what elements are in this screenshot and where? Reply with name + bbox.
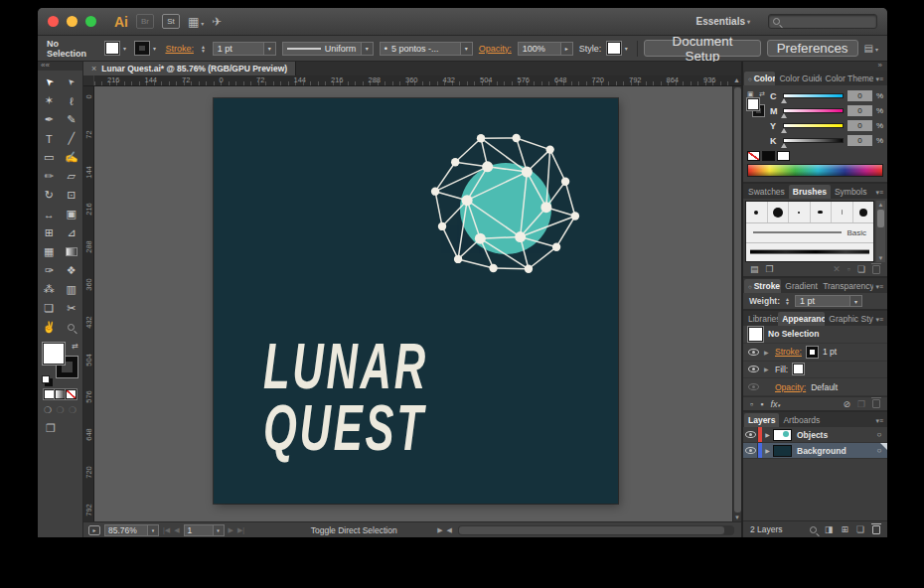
- stroke-swatch[interactable]: [135, 42, 149, 55]
- yellow-value[interactable]: 0: [847, 120, 872, 131]
- layer-name[interactable]: Background: [797, 446, 871, 456]
- brush-item[interactable]: [853, 202, 874, 222]
- stroke-weight-value[interactable]: 1 pt: [213, 42, 264, 56]
- perspective-grid-tool[interactable]: ⊿: [61, 223, 83, 242]
- yellow-slider[interactable]: [783, 123, 844, 128]
- gradient-mode-button[interactable]: [55, 389, 66, 399]
- new-sublayer-icon[interactable]: ⊞: [841, 524, 848, 534]
- brush-options-icon[interactable]: ▫: [847, 264, 850, 274]
- paintbrush-tool[interactable]: ✍: [61, 148, 83, 167]
- tab-libraries[interactable]: Libraries: [744, 312, 778, 326]
- weight-value[interactable]: 1 pt: [795, 295, 850, 307]
- tab-symbols[interactable]: Symbols: [831, 185, 871, 199]
- panel-menu-icon[interactable]: ▾≡: [873, 417, 887, 427]
- delete-item-icon[interactable]: [872, 399, 880, 408]
- remove-brush-stroke-icon[interactable]: ✕: [833, 264, 841, 274]
- swap-fill-stroke-icon[interactable]: ⇄: [72, 342, 78, 351]
- chevron-down-icon[interactable]: ▾: [461, 42, 473, 56]
- opacity-field[interactable]: 100% ▸: [518, 42, 573, 56]
- panel-menu-icon[interactable]: ▾≡: [873, 283, 887, 293]
- fill-color-swatch[interactable]: [793, 364, 804, 374]
- expand-icon[interactable]: ▶: [762, 431, 773, 438]
- free-transform-tool[interactable]: ▣: [61, 205, 83, 223]
- none-mode-button[interactable]: [66, 389, 77, 399]
- expand-icon[interactable]: ▶: [764, 349, 770, 356]
- add-effect-icon[interactable]: fx▾: [770, 399, 780, 409]
- tab-swatches[interactable]: Swatches: [744, 185, 789, 199]
- fill-color-picker[interactable]: ▾: [105, 42, 129, 55]
- symbol-sprayer-tool[interactable]: ⁂: [38, 280, 61, 299]
- zoom-level-value[interactable]: 85.76%: [104, 524, 148, 536]
- arrange-documents-icon[interactable]: ▦▾: [188, 16, 204, 28]
- chevron-down-icon[interactable]: ▾: [264, 42, 276, 56]
- vertical-ruler[interactable]: 072144216288360432504576648720792: [83, 86, 94, 521]
- artboard-number-dropdown[interactable]: 1 ▾: [184, 524, 225, 536]
- chevron-down-icon[interactable]: ▾: [148, 524, 159, 536]
- direct-selection-tool[interactable]: ➤: [61, 73, 83, 91]
- duplicate-item-icon[interactable]: ❐: [857, 399, 865, 409]
- search-input[interactable]: [784, 17, 865, 27]
- appearance-fill-row[interactable]: ▶ Fill:: [743, 362, 887, 379]
- layer-row-background[interactable]: ▶ Background ○: [743, 443, 887, 459]
- vertical-scrollbar[interactable]: ▼: [732, 86, 741, 521]
- visibility-eye-icon[interactable]: [748, 366, 759, 372]
- tab-artboards[interactable]: Artboards: [779, 413, 824, 427]
- cyan-value[interactable]: 0: [847, 90, 872, 101]
- collapse-tools-icon[interactable]: ««: [38, 62, 82, 71]
- page-arrow-icon[interactable]: ▸: [88, 525, 100, 535]
- mesh-tool[interactable]: ▦: [38, 242, 61, 261]
- color-spectrum-bar[interactable]: [747, 164, 883, 177]
- color-mode-button[interactable]: [44, 389, 55, 399]
- scale-tool[interactable]: ⊡: [61, 186, 83, 205]
- artboard-number-value[interactable]: 1: [184, 524, 214, 536]
- appearance-selection-row[interactable]: No Selection: [743, 326, 887, 344]
- libraries-panel-icon[interactable]: ❐: [766, 264, 774, 274]
- zoom-window-button[interactable]: [85, 16, 96, 27]
- zoom-tool[interactable]: [61, 318, 83, 337]
- horizontal-scrollbar[interactable]: [458, 525, 734, 535]
- scroll-down-icon[interactable]: ▼: [878, 254, 884, 262]
- style-swatch[interactable]: [607, 42, 621, 55]
- delete-brush-icon[interactable]: [872, 265, 880, 274]
- shape-builder-tool[interactable]: ⊞: [38, 223, 61, 242]
- brush-libraries-icon[interactable]: ▤: [750, 264, 759, 274]
- search-box[interactable]: [768, 14, 877, 29]
- new-layer-icon[interactable]: ❏: [856, 524, 864, 534]
- tab-layers[interactable]: Layers: [744, 413, 779, 427]
- draw-behind-button[interactable]: ❍: [56, 405, 64, 415]
- chevron-right-icon[interactable]: ▸: [561, 42, 573, 56]
- pen-tool[interactable]: ✒: [38, 110, 61, 129]
- stroke-color-swatch[interactable]: [807, 347, 818, 358]
- column-graph-tool[interactable]: ▥: [61, 280, 83, 299]
- slider-thumb[interactable]: [781, 128, 787, 133]
- make-clipping-mask-icon[interactable]: ◨: [825, 524, 834, 534]
- brush-item[interactable]: [746, 202, 768, 222]
- scroll-left-icon[interactable]: ◀: [447, 526, 452, 534]
- panel-menu-icon[interactable]: ▾≡: [873, 75, 887, 85]
- document-setup-button[interactable]: Document Setup: [644, 40, 760, 57]
- zoom-level-dropdown[interactable]: 85.76% ▾: [104, 524, 159, 536]
- basic-brush-row[interactable]: Basic: [746, 222, 873, 241]
- workspace-switcher[interactable]: Essentials ▾: [696, 16, 751, 27]
- bridge-icon[interactable]: Br: [136, 14, 154, 29]
- magenta-slider[interactable]: [783, 108, 844, 113]
- brushes-scrollbar[interactable]: ▲ ▼: [876, 201, 885, 262]
- canvas[interactable]: LUNAR QUEST: [94, 86, 732, 521]
- collapse-dock-icon[interactable]: »: [743, 62, 887, 71]
- fill-proxy-swatch[interactable]: [747, 98, 759, 110]
- slice-tool[interactable]: ✂: [61, 299, 83, 318]
- slider-thumb[interactable]: [781, 143, 787, 148]
- default-fill-stroke-icon[interactable]: [42, 375, 50, 383]
- charcoal-brush-row[interactable]: [746, 242, 873, 261]
- magenta-value[interactable]: 0: [847, 105, 872, 116]
- tab-color-guide[interactable]: Color Guide: [775, 72, 821, 85]
- selection-tool[interactable]: ➤: [38, 73, 61, 91]
- color-fill-stroke-proxy[interactable]: ▣ ⇄: [747, 90, 765, 116]
- first-artboard-icon[interactable]: |◀: [163, 526, 170, 534]
- white-swatch[interactable]: [777, 151, 790, 161]
- expand-icon[interactable]: ▶: [764, 366, 770, 372]
- tab-stroke[interactable]: ○Stroke: [744, 279, 781, 293]
- opacity-link[interactable]: Opacity:: [775, 382, 806, 392]
- chevron-down-icon[interactable]: ▾: [621, 42, 631, 55]
- layer-row-objects[interactable]: ▶ Objects ○: [743, 427, 887, 443]
